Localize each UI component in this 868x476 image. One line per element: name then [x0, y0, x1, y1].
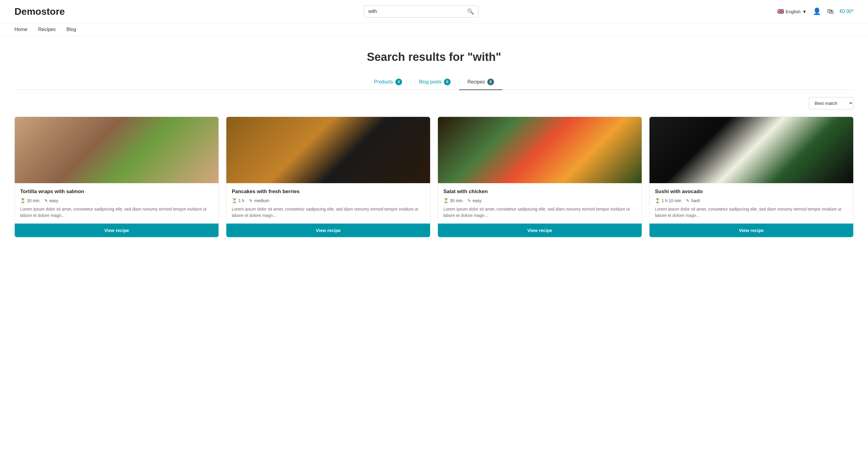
- recipe-image: [438, 117, 642, 183]
- clock-icon: ⏳: [443, 198, 448, 203]
- site-logo[interactable]: Demostore: [14, 6, 65, 17]
- view-recipe-button[interactable]: View recipe: [226, 224, 430, 237]
- tab-products-label: Products: [374, 79, 393, 85]
- card-meta: ⏳ 30 min ✎ easy: [443, 198, 636, 203]
- recipe-card: Tortilla wraps with salmon ⏳ 20 min ✎ ea…: [14, 117, 219, 237]
- time-value: 1 h 10 min: [661, 198, 681, 203]
- tab-blog-posts[interactable]: Blog posts 0: [410, 74, 459, 90]
- clock-icon: ⏳: [655, 198, 660, 203]
- difficulty-icon: ✎: [686, 198, 689, 203]
- tab-recipes-label: Recipes: [467, 79, 485, 85]
- recipe-image: [15, 117, 218, 183]
- recipe-difficulty: ✎ easy: [467, 198, 482, 203]
- difficulty-value: easy: [472, 198, 482, 203]
- recipe-time: ⏳ 20 min: [20, 198, 39, 203]
- view-recipe-button[interactable]: View recipe: [438, 224, 642, 237]
- sort-row: Best match Newest Oldest: [0, 90, 868, 114]
- chevron-down-icon: ▼: [802, 9, 807, 14]
- tab-recipes-badge: 5: [487, 78, 494, 85]
- recipe-card: Sushi with avocado ⏳ 1 h 10 min ✎ hard L…: [649, 117, 854, 237]
- language-label: English: [786, 9, 801, 14]
- tab-recipes[interactable]: Recipes 5: [459, 74, 502, 90]
- nav-item-blog[interactable]: Blog: [67, 27, 76, 32]
- difficulty-icon: ✎: [467, 198, 471, 203]
- tab-blog-badge: 0: [444, 78, 451, 85]
- search-icon[interactable]: 🔍: [467, 8, 474, 15]
- difficulty-icon: ✎: [44, 198, 48, 203]
- tabs-container: Products 0 Blog posts 0 Recipes 5: [14, 74, 854, 90]
- recipe-difficulty: ✎ easy: [44, 198, 59, 203]
- flag-icon: 🇬🇧: [777, 8, 784, 15]
- difficulty-icon: ✎: [249, 198, 253, 203]
- nav-item-recipes[interactable]: Recipes: [38, 27, 56, 32]
- view-recipe-button[interactable]: View recipe: [15, 224, 218, 237]
- search-input[interactable]: [368, 9, 465, 14]
- card-meta: ⏳ 1 h ✎ medium: [232, 198, 425, 203]
- recipe-image: [226, 117, 430, 183]
- recipe-title: Sushi with avocado: [655, 189, 848, 195]
- page-title-section: Search results for "with": [0, 36, 868, 74]
- recipe-title: Salat with chicken: [443, 189, 636, 195]
- card-meta: ⏳ 1 h 10 min ✎ hard: [655, 198, 848, 203]
- difficulty-value: easy: [50, 198, 59, 203]
- tab-products-badge: 0: [396, 78, 402, 85]
- time-value: 20 min: [27, 198, 39, 203]
- logo-light: store: [41, 6, 65, 17]
- cart-price[interactable]: €0.00*: [840, 9, 854, 14]
- recipe-time: ⏳ 1 h: [232, 198, 244, 203]
- header-right: 🇬🇧 English ▼ 👤 🛍 €0.00*: [777, 7, 854, 15]
- main-nav: Home Recipes Blog: [0, 23, 868, 36]
- view-recipe-button[interactable]: View recipe: [650, 224, 853, 237]
- card-body: Tortilla wraps with salmon ⏳ 20 min ✎ ea…: [15, 183, 218, 224]
- recipe-title: Pancakes with fresh berries: [232, 189, 425, 195]
- difficulty-value: hard: [691, 198, 700, 203]
- recipe-description: Lorem ipsum dolor sit amet, consetetur s…: [443, 206, 636, 219]
- logo-bold: Demo: [14, 6, 41, 17]
- recipe-description: Lorem ipsum dolor sit amet, consetetur s…: [232, 206, 425, 219]
- time-value: 30 min: [450, 198, 463, 203]
- recipe-difficulty: ✎ hard: [686, 198, 700, 203]
- nav-item-home[interactable]: Home: [14, 27, 27, 32]
- recipe-card: Salat with chicken ⏳ 30 min ✎ easy Lorem…: [438, 117, 642, 237]
- card-body: Pancakes with fresh berries ⏳ 1 h ✎ medi…: [226, 183, 430, 224]
- recipe-difficulty: ✎ medium: [249, 198, 269, 203]
- recipe-image: [650, 117, 853, 183]
- clock-icon: ⏳: [232, 198, 237, 203]
- recipe-grid: Tortilla wraps with salmon ⏳ 20 min ✎ ea…: [0, 114, 868, 252]
- card-meta: ⏳ 20 min ✎ easy: [20, 198, 213, 203]
- language-selector[interactable]: 🇬🇧 English ▼: [777, 8, 807, 15]
- tab-products[interactable]: Products 0: [366, 74, 410, 90]
- tab-blog-label: Blog posts: [419, 79, 441, 85]
- recipe-time: ⏳ 30 min: [443, 198, 463, 203]
- recipe-card: Pancakes with fresh berries ⏳ 1 h ✎ medi…: [226, 117, 430, 237]
- page-title: Search results for "with": [0, 51, 868, 64]
- sort-select[interactable]: Best match Newest Oldest: [809, 97, 854, 109]
- card-body: Sushi with avocado ⏳ 1 h 10 min ✎ hard L…: [650, 183, 853, 224]
- cart-icon[interactable]: 🛍: [827, 7, 834, 15]
- search-bar: 🔍: [364, 5, 478, 18]
- recipe-time: ⏳ 1 h 10 min: [655, 198, 681, 203]
- card-body: Salat with chicken ⏳ 30 min ✎ easy Lorem…: [438, 183, 642, 224]
- difficulty-value: medium: [254, 198, 269, 203]
- recipe-description: Lorem ipsum dolor sit amet, consetetur s…: [20, 206, 213, 219]
- clock-icon: ⏳: [20, 198, 25, 203]
- recipe-description: Lorem ipsum dolor sit amet, consetetur s…: [655, 206, 848, 219]
- header: Demostore 🔍 🇬🇧 English ▼ 👤 🛍 €0.00*: [0, 0, 868, 23]
- user-icon[interactable]: 👤: [813, 7, 821, 15]
- time-value: 1 h: [239, 198, 244, 203]
- recipe-title: Tortilla wraps with salmon: [20, 189, 213, 195]
